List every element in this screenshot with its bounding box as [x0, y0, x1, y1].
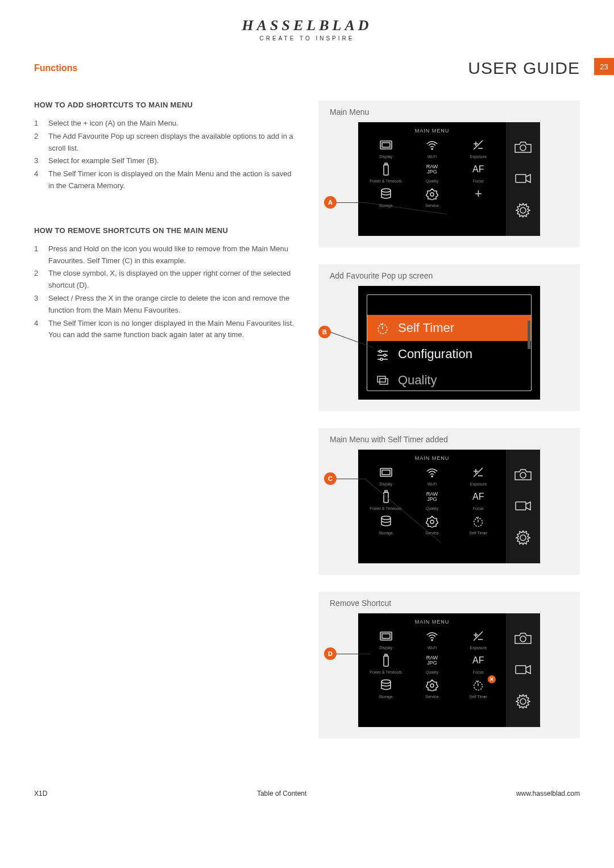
- svg-point-62: [520, 636, 526, 642]
- menu-item-quality[interactable]: RAWJPG Quality: [410, 652, 454, 674]
- menu-item-storage[interactable]: Storage: [364, 185, 408, 207]
- svg-marker-56: [426, 680, 438, 691]
- menu-item-storage[interactable]: Storage: [364, 513, 408, 535]
- panel-main-menu: Main Menu A MAIN MENU Display: [318, 101, 580, 247]
- model-label: X1D: [34, 790, 47, 798]
- video-icon[interactable]: [515, 500, 532, 512]
- menu-title: MAIN MENU: [361, 619, 503, 625]
- video-icon[interactable]: [515, 663, 532, 676]
- step-item: The Self Timer icon is no longer display…: [34, 318, 296, 342]
- panel-title: Remove Shortcut: [330, 599, 569, 608]
- menu-item-focus[interactable]: AF Focus: [457, 652, 500, 674]
- url-link[interactable]: www.hasselblad.com: [516, 790, 580, 798]
- gear-icon[interactable]: [515, 530, 531, 546]
- svg-point-55: [381, 680, 391, 683]
- menu-item-service[interactable]: Service: [410, 185, 454, 207]
- gear-icon[interactable]: [515, 202, 531, 218]
- right-strip: [506, 613, 540, 727]
- right-column: Main Menu A MAIN MENU Display: [318, 101, 580, 738]
- camera-icon[interactable]: [514, 631, 532, 646]
- right-strip: [506, 450, 540, 563]
- battery-icon: [364, 652, 408, 669]
- gear-icon[interactable]: [515, 693, 531, 709]
- callout-b: B: [318, 326, 331, 338]
- svg-rect-8: [385, 163, 387, 165]
- menu-item-exposure[interactable]: Exposure: [457, 628, 500, 650]
- wifi-icon: [410, 628, 454, 645]
- svg-point-39: [474, 518, 483, 527]
- af-icon: AF: [457, 161, 500, 178]
- wifi-icon: [410, 136, 454, 153]
- brand-name: HASSELBLAD: [34, 17, 580, 34]
- svg-point-48: [432, 639, 433, 641]
- camera-icon[interactable]: [514, 467, 532, 482]
- panel-add-favourite: Add Favourite Pop up screen B Self Timer…: [318, 264, 580, 411]
- close-icon[interactable]: ✕: [488, 675, 496, 683]
- menu-item-wifi[interactable]: Wi-Fi: [410, 464, 454, 486]
- callout-c: C: [324, 472, 337, 485]
- rawjpg-icon: RAWJPG: [410, 652, 454, 669]
- svg-rect-53: [384, 656, 388, 666]
- svg-point-57: [430, 684, 434, 687]
- menu-item-service[interactable]: Service: [410, 676, 454, 699]
- svg-point-22: [379, 350, 381, 352]
- menu-item-selftimer[interactable]: Self Timer: [457, 513, 500, 535]
- af-icon: AF: [457, 652, 500, 669]
- step-item: The Add Favourite Pop up screen displays…: [34, 131, 296, 155]
- display-icon: [364, 464, 408, 481]
- panel-title: Main Menu: [330, 107, 569, 117]
- page-title: USER GUIDE: [468, 59, 580, 78]
- sliders-icon: [376, 347, 389, 361]
- svg-line-18: [380, 323, 381, 325]
- video-icon[interactable]: [515, 172, 532, 185]
- brand-header: HASSELBLAD CREATE TO INSPIRE: [34, 17, 580, 41]
- page-header: Functions USER GUIDE: [34, 59, 580, 78]
- menu-item-power[interactable]: Power & Timeouts: [364, 161, 408, 183]
- menu-item-power[interactable]: Power & Timeouts: [364, 488, 408, 510]
- popup-item-configuration[interactable]: Configuration: [367, 341, 531, 367]
- menu-item-storage[interactable]: Storage: [364, 676, 408, 699]
- callout-line: [337, 202, 365, 203]
- menu-item-power[interactable]: Power & Timeouts: [364, 652, 408, 674]
- menu-item-display[interactable]: Display: [364, 136, 408, 159]
- svg-marker-37: [426, 516, 438, 528]
- svg-point-64: [520, 699, 526, 704]
- menu-item-wifi[interactable]: Wi-Fi: [410, 136, 454, 159]
- af-icon: AF: [457, 488, 500, 505]
- display-icon: [364, 628, 408, 645]
- section-label: Functions: [34, 63, 77, 73]
- camera-icon[interactable]: [514, 140, 532, 155]
- timer-icon: [376, 321, 389, 335]
- exposure-icon: [457, 628, 500, 645]
- menu-item-display[interactable]: Display: [364, 628, 408, 650]
- page-footer: X1D Table of Content www.hasselblad.com: [34, 784, 580, 798]
- menu-title: MAIN MENU: [361, 128, 503, 134]
- menu-item-exposure[interactable]: Exposure: [457, 464, 500, 486]
- popup-item-selftimer[interactable]: Self Timer: [367, 315, 531, 341]
- menu-item-add[interactable]: +: [457, 185, 500, 207]
- plus-icon: +: [457, 185, 500, 202]
- scrollbar-thumb[interactable]: [528, 321, 530, 349]
- menu-item-selftimer-removable[interactable]: ✕ Self Timer: [457, 676, 500, 699]
- svg-rect-7: [384, 165, 388, 175]
- camera-screen: MAIN MENU Display Wi-Fi: [358, 613, 540, 727]
- menu-item-wifi[interactable]: Wi-Fi: [410, 628, 454, 650]
- popup-item-quality[interactable]: Quality: [367, 367, 531, 391]
- menu-item-quality[interactable]: RAWJPG Quality: [410, 488, 454, 510]
- menu-item-focus[interactable]: AF Focus: [457, 161, 500, 183]
- menu-item-service[interactable]: Service: [410, 513, 454, 535]
- svg-rect-25: [377, 376, 385, 382]
- menu-item-quality[interactable]: RAWJPG Quality: [410, 161, 454, 183]
- right-strip: [506, 122, 540, 236]
- step-item: Select / Press the X in the orange circl…: [34, 293, 296, 317]
- step-item: Press and Hold on the icon you would lik…: [34, 243, 296, 267]
- toc-link[interactable]: Table of Content: [257, 790, 306, 798]
- svg-rect-47: [382, 634, 390, 638]
- menu-item-focus[interactable]: AF Focus: [457, 488, 500, 510]
- menu-item-exposure[interactable]: Exposure: [457, 136, 500, 159]
- panel-title: Main Menu with Self Timer added: [330, 435, 569, 444]
- svg-line-42: [476, 517, 478, 518]
- svg-rect-54: [385, 654, 387, 656]
- callout-line: [337, 654, 371, 654]
- menu-title: MAIN MENU: [361, 455, 503, 461]
